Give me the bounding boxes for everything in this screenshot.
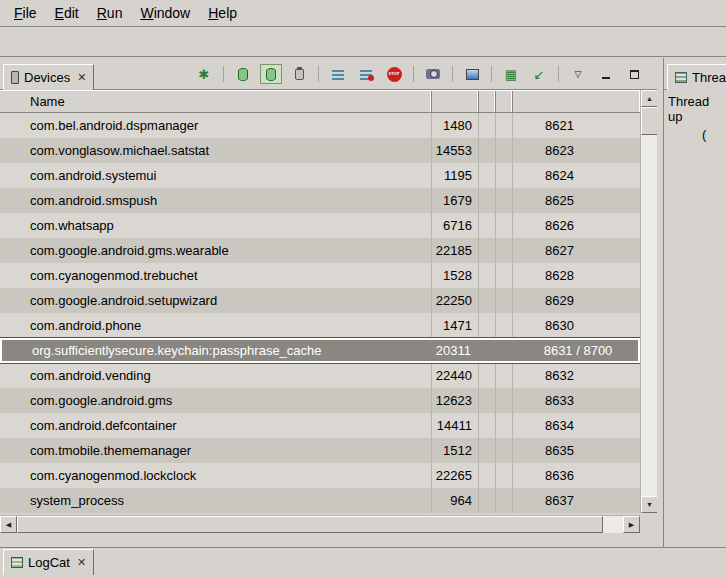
menu-edit[interactable]: Edit (47, 2, 87, 24)
vertical-scrollbar[interactable]: ▲ ▼ (640, 90, 657, 513)
table-row[interactable]: com.android.phone 1471 8630 (0, 313, 640, 338)
process-port: 8632 (513, 363, 640, 388)
process-pid: 22265 (432, 463, 479, 488)
view-menu-button[interactable]: ▽ (567, 64, 589, 84)
device-table-body: com.bel.android.dspmanager 1480 8621 com… (0, 113, 640, 513)
dump-hprof-button[interactable] (260, 64, 282, 84)
empty-cell (496, 213, 513, 238)
menu-window[interactable]: Window (132, 2, 198, 24)
cause-gc-button[interactable] (288, 64, 310, 84)
empty-cell (496, 188, 513, 213)
camera-icon (426, 69, 440, 79)
process-name: com.google.android.setupwizard (0, 288, 432, 313)
threads-icon (675, 72, 687, 83)
table-row[interactable]: com.whatsapp 6716 8626 (0, 213, 640, 238)
systrace-button[interactable]: ▦ (500, 64, 522, 84)
table-row[interactable]: com.android.systemui 1195 8624 (0, 163, 640, 188)
column-header-pid[interactable] (432, 91, 479, 112)
process-port: 8634 (513, 413, 640, 438)
table-row[interactable]: com.android.vending 22440 8632 (0, 363, 640, 388)
empty-cell (496, 313, 513, 338)
devices-tabbar: Devices ✕ ✱ (0, 58, 657, 90)
threads-tabbar: Threads (664, 58, 726, 90)
process-port: 8627 (513, 238, 640, 263)
table-row[interactable]: com.google.android.setupwizard 22250 862… (0, 288, 640, 313)
toolbar-separator (223, 66, 224, 82)
horizontal-scroll-thumb[interactable] (17, 516, 603, 533)
close-icon[interactable]: ✕ (77, 71, 86, 84)
process-port: 8623 (513, 138, 640, 163)
table-row[interactable]: org.sufficientlysecure.keychain:passphra… (0, 338, 640, 363)
process-pid: 20311 (431, 340, 478, 361)
process-name: system_process (0, 488, 432, 513)
empty-cell (496, 163, 513, 188)
dump-hprof-icon (266, 68, 276, 81)
empty-cell (479, 213, 496, 238)
toolbar-separator (491, 66, 492, 82)
scroll-right-icon[interactable]: ▶ (623, 516, 640, 533)
tab-devices[interactable]: Devices ✕ (3, 64, 94, 90)
update-heap-button[interactable] (232, 64, 254, 84)
column-header-extra2[interactable] (496, 91, 513, 112)
update-threads-button[interactable] (327, 64, 349, 84)
process-pid: 1679 (432, 188, 479, 213)
table-row[interactable]: com.android.defcontainer 14411 8634 (0, 413, 640, 438)
process-pid: 1471 (432, 313, 479, 338)
horizontal-scrollbar[interactable]: ◀ ▶ (0, 515, 640, 533)
maximize-icon (630, 70, 639, 79)
empty-cell (479, 238, 496, 263)
method-profiling-button[interactable] (355, 64, 377, 84)
menu-bar: File Edit Run Window Help (0, 0, 726, 27)
table-row[interactable]: com.android.smspush 1679 8625 (0, 188, 640, 213)
process-port: 8624 (513, 163, 640, 188)
maximize-button[interactable] (623, 64, 645, 84)
table-row[interactable]: com.cyanogenmod.lockclock 22265 8636 (0, 463, 640, 488)
threads-message-line1: Thread up (668, 94, 726, 124)
vertical-scroll-thumb[interactable] (641, 107, 658, 135)
table-row[interactable]: system_process 964 8637 (0, 488, 640, 513)
table-row[interactable]: com.bel.android.dspmanager 1480 8621 (0, 113, 640, 138)
method-profiling-icon (360, 69, 372, 80)
table-row[interactable]: com.vonglasow.michael.satstat 14553 8623 (0, 138, 640, 163)
table-row[interactable]: com.google.android.gms 12623 8633 (0, 388, 640, 413)
scroll-down-icon[interactable]: ▼ (641, 496, 658, 513)
process-pid: 22185 (432, 238, 479, 263)
opengl-trace-button[interactable]: ↙ (528, 64, 550, 84)
menu-help[interactable]: Help (200, 2, 245, 24)
column-header-name[interactable]: Name (0, 91, 432, 112)
debug-process-button[interactable]: ✱ (193, 64, 215, 84)
process-name: com.android.systemui (0, 163, 432, 188)
empty-cell (496, 413, 513, 438)
stop-process-button[interactable]: STOP (383, 64, 405, 84)
tab-logcat[interactable]: LogCat ✕ (3, 549, 94, 575)
tab-threads[interactable]: Threads (667, 64, 726, 90)
process-name: com.android.phone (0, 313, 432, 338)
process-pid: 1512 (432, 438, 479, 463)
minimize-button[interactable] (595, 64, 617, 84)
empty-cell (478, 340, 495, 361)
menu-run[interactable]: Run (89, 2, 131, 24)
process-pid: 22250 (432, 288, 479, 313)
screen-record-button[interactable] (461, 64, 483, 84)
devices-panel: Devices ✕ ✱ (0, 58, 657, 547)
scroll-left-icon[interactable]: ◀ (0, 516, 17, 533)
table-row[interactable]: com.google.android.gms.wearable 22185 86… (0, 238, 640, 263)
empty-cell (479, 263, 496, 288)
process-port: 8637 (513, 488, 640, 513)
empty-cell (496, 138, 513, 163)
close-icon[interactable]: ✕ (77, 556, 86, 569)
empty-cell (479, 438, 496, 463)
table-row[interactable]: com.cyanogenmod.trebuchet 1528 8628 (0, 263, 640, 288)
column-header-extra1[interactable] (479, 91, 496, 112)
process-pid: 1480 (432, 113, 479, 138)
empty-cell (496, 288, 513, 313)
empty-cell (496, 238, 513, 263)
scroll-up-icon[interactable]: ▲ (641, 90, 658, 107)
empty-cell (479, 488, 496, 513)
table-row[interactable]: com.tmobile.thememanager 1512 8635 (0, 438, 640, 463)
device-icon (11, 71, 19, 84)
column-header-port[interactable] (513, 91, 640, 112)
empty-cell (479, 163, 496, 188)
screen-capture-button[interactable] (422, 64, 444, 84)
menu-file[interactable]: File (6, 2, 45, 24)
